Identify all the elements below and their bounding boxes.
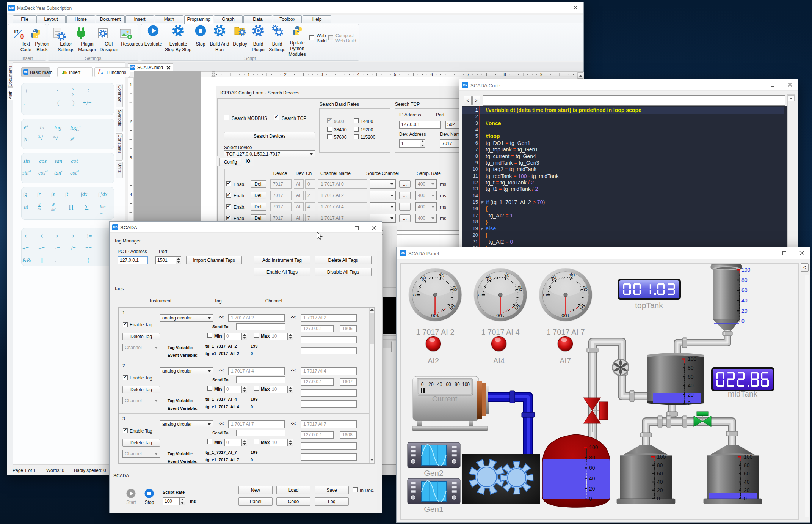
svg-text:40: 40 (744, 479, 750, 485)
svg-text:40: 40 (741, 297, 748, 304)
svg-text:0: 0 (589, 496, 592, 502)
svg-text:0: 0 (688, 400, 691, 406)
svg-text:20: 20 (688, 392, 694, 398)
svg-text:0: 0 (412, 293, 417, 296)
svg-text:3: 3 (130, 156, 132, 160)
svg-text:topTank: topTank (635, 301, 663, 310)
svg-text:80: 80 (657, 462, 663, 468)
svg-text:7: 7 (467, 72, 469, 77)
svg-text:40: 40 (688, 382, 694, 389)
svg-text:2: 2 (130, 119, 132, 124)
svg-text:100: 100 (688, 356, 697, 362)
svg-text:100: 100 (741, 267, 751, 273)
svg-text:20: 20 (741, 308, 748, 314)
svg-text:3: 3 (321, 72, 323, 77)
svg-text:1 7017 AI 7: 1 7017 AI 7 (546, 328, 585, 336)
svg-text:80: 80 (589, 455, 595, 461)
svg-text:60: 60 (657, 470, 663, 477)
svg-text:60: 60 (688, 374, 694, 380)
svg-text:9: 9 (540, 72, 542, 77)
svg-text:40: 40 (657, 479, 663, 485)
svg-text:Tt: Tt (13, 28, 19, 35)
svg-text:0: 0 (741, 318, 745, 324)
svg-text:4: 4 (130, 192, 132, 197)
svg-text:1: 1 (130, 82, 132, 87)
svg-text:20: 20 (428, 382, 434, 387)
svg-text:60: 60 (741, 287, 748, 293)
svg-text:4: 4 (357, 72, 359, 77)
svg-text:0: 0 (744, 496, 747, 502)
svg-text:AI2: AI2 (428, 357, 439, 365)
svg-text:AI7: AI7 (560, 357, 571, 365)
svg-text:Current: Current (432, 395, 458, 403)
svg-text:100: 100 (657, 454, 666, 460)
svg-text:20: 20 (589, 486, 595, 492)
svg-text:80: 80 (744, 462, 750, 468)
svg-text:60: 60 (589, 465, 595, 471)
svg-text:100: 100 (744, 454, 753, 460)
svg-text:5: 5 (394, 72, 396, 77)
svg-text:Gen2: Gen2 (424, 469, 443, 477)
svg-text:20: 20 (744, 487, 750, 493)
svg-text:20: 20 (657, 487, 663, 493)
svg-text:0: 0 (477, 293, 483, 296)
svg-text:1 7017 AI 4: 1 7017 AI 4 (481, 328, 519, 336)
svg-text:midTank: midTank (728, 389, 758, 398)
svg-text:100: 100 (462, 382, 470, 387)
svg-text:2: 2 (284, 72, 286, 77)
svg-text:80: 80 (741, 277, 748, 283)
svg-text:1: 1 (248, 72, 250, 77)
svg-text:AI4: AI4 (493, 357, 505, 365)
svg-text:60: 60 (446, 382, 451, 387)
svg-text:40: 40 (589, 475, 595, 482)
svg-text:6: 6 (430, 72, 433, 77)
svg-text:0: 0 (421, 382, 424, 387)
svg-text:{}: {} (20, 33, 24, 39)
svg-text:60: 60 (744, 470, 750, 477)
svg-text:40: 40 (437, 382, 442, 387)
svg-text:Gen1: Gen1 (424, 505, 443, 513)
svg-text:80: 80 (688, 365, 694, 371)
svg-text:100: 100 (589, 444, 598, 450)
svg-text:0: 0 (657, 496, 660, 502)
svg-text:1 7017 AI 2: 1 7017 AI 2 (416, 328, 454, 336)
svg-text:0: 0 (542, 293, 548, 296)
svg-text:80: 80 (455, 382, 460, 387)
svg-text:8: 8 (503, 72, 506, 77)
